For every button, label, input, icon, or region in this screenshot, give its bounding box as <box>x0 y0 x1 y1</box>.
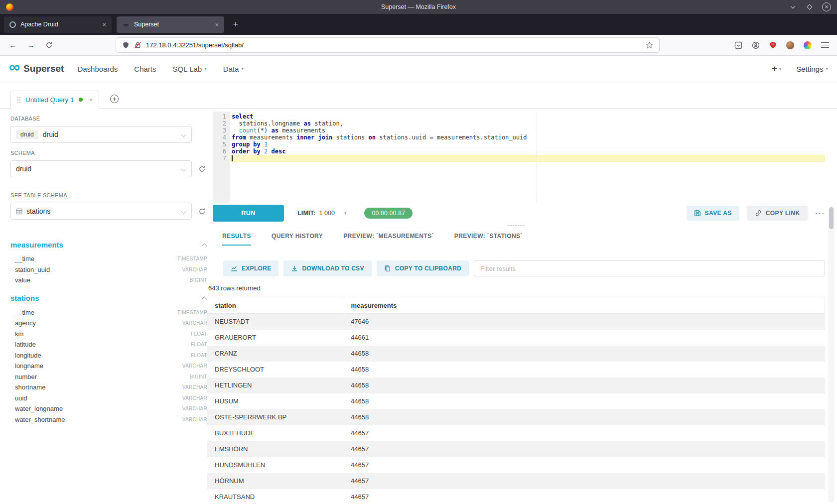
table-row[interactable]: DREYSCHLOOT44658 <box>207 362 825 378</box>
table-cell: 44661 <box>346 330 825 346</box>
refresh-schema-button[interactable] <box>198 165 206 173</box>
back-button[interactable]: ← <box>6 38 20 52</box>
query-status-dot <box>79 98 83 102</box>
schema-select[interactable]: druid <box>10 160 192 177</box>
drag-dots-icon <box>507 225 525 227</box>
explore-button[interactable]: EXPLORE <box>223 260 279 276</box>
save-as-button[interactable]: SAVE AS <box>687 206 739 221</box>
table-cell: HUNDSMÜHLEN <box>207 457 346 473</box>
table-row[interactable]: OSTE-SPERRWERK BP44658 <box>207 409 825 425</box>
window-maximize-button[interactable] <box>805 2 814 11</box>
schema-value: druid <box>16 165 31 173</box>
results-tab[interactable]: PREVIEW: `STATIONS` <box>454 230 523 246</box>
query-tab-close-icon[interactable]: × <box>89 96 93 104</box>
copy-to-clipboard-button[interactable]: COPY TO CLIPBOARD <box>377 260 469 276</box>
forward-button[interactable]: → <box>24 38 38 52</box>
filter-results-input[interactable] <box>474 260 825 276</box>
schema-column-row: __timeTIMESTAMP <box>10 307 207 318</box>
bookmark-star-icon[interactable] <box>646 41 653 49</box>
copy-link-button[interactable]: COPY LINK <box>747 206 808 221</box>
editor-code[interactable]: select stations.longname as station, cou… <box>230 112 825 203</box>
table-select[interactable]: stations <box>10 203 192 220</box>
table-row[interactable]: NEUSTADT47646 <box>207 314 825 330</box>
editor-toolbar: RUN LIMIT: 1 000 ▾ 00:00:00.87 SAVE AS C… <box>213 205 825 222</box>
ublock-icon[interactable] <box>769 41 777 49</box>
pane-splitter[interactable] <box>207 222 825 230</box>
reload-button[interactable] <box>42 38 56 52</box>
refresh-icon <box>198 208 206 215</box>
text-cursor <box>232 155 233 161</box>
results-tab[interactable]: RESULTS <box>222 230 251 246</box>
results-tab[interactable]: PREVIEW: `MEASUREMENTS` <box>343 230 434 246</box>
more-options-button[interactable]: ··· <box>816 209 826 218</box>
add-new-button[interactable]: +▾ <box>772 63 782 74</box>
database-select[interactable]: druid druid <box>10 126 192 143</box>
results-column-header[interactable]: station <box>207 297 346 314</box>
pinwheel-extension-icon[interactable] <box>804 41 812 49</box>
nav-item-dashboards[interactable]: Dashboards <box>77 65 118 73</box>
editor-gutter: 1234567 <box>213 112 230 203</box>
url-bar[interactable]: 172.18.0.4:32251/superset/sqllab/ <box>116 37 660 53</box>
table-schema-section: stations__timeTIMESTAMPagencyVARCHARkmFL… <box>10 292 207 425</box>
superset-logo[interactable]: ∞ Superset <box>9 63 64 74</box>
insecure-lock-icon[interactable] <box>134 41 141 49</box>
shield-icon[interactable] <box>122 41 130 49</box>
query-tab[interactable]: Untitled Query 1 × <box>10 91 99 109</box>
table-row[interactable]: GRAUERORT44661 <box>207 330 825 346</box>
refresh-tables-button[interactable] <box>198 208 206 215</box>
pocket-icon[interactable] <box>734 41 742 49</box>
table-cell: OSTE-SPERRWERK BP <box>207 409 346 425</box>
page-scrollbar-thumb[interactable] <box>829 207 834 229</box>
tab-close-icon[interactable]: × <box>215 21 219 28</box>
sql-editor[interactable]: 1234567 select stations.longname as stat… <box>213 112 825 203</box>
results-tab[interactable]: QUERY HISTORY <box>272 230 323 246</box>
line-number: 7 <box>213 155 226 162</box>
schema-column-row: __timeTIMESTAMP <box>10 253 207 264</box>
nav-item-charts[interactable]: Charts <box>134 65 156 73</box>
results-column-header[interactable]: measurements <box>346 297 825 314</box>
browser-tab[interactable]: ∞Superset× <box>117 16 224 33</box>
nav-item-data[interactable]: Data▾ <box>223 65 244 73</box>
caret-down-icon: ▾ <box>779 66 782 71</box>
browser-tab[interactable]: Apache Druid× <box>4 16 112 33</box>
table-row[interactable]: CRANZ44658 <box>207 346 825 362</box>
run-button[interactable]: RUN <box>213 205 284 222</box>
add-query-tab-button[interactable]: + <box>110 95 119 103</box>
window-close-button[interactable]: × <box>822 2 831 11</box>
limit-dropdown[interactable]: LIMIT: 1 000 ▾ <box>297 210 346 217</box>
results-actions: EXPLORE DOWNLOAD TO CSV COPY TO CLIPBOAR… <box>223 260 825 276</box>
results-table-container[interactable]: stationmeasurements NEUSTADT47646GRAUERO… <box>207 297 825 504</box>
window-minimize-button[interactable] <box>788 2 797 11</box>
table-schema-header[interactable]: stations <box>10 292 207 304</box>
table-schema-header[interactable]: measurements <box>10 239 207 251</box>
drag-grip-icon[interactable] <box>17 97 21 103</box>
column-name: latitude <box>15 341 36 348</box>
line-number: 3 <box>213 127 226 134</box>
menu-icon[interactable] <box>821 42 829 48</box>
extension-icon[interactable] <box>786 41 794 49</box>
account-icon[interactable] <box>752 41 760 49</box>
table-row[interactable]: BUXTEHUDE44657 <box>207 425 825 441</box>
table-row[interactable]: HUSUM44658 <box>207 393 825 409</box>
table-row[interactable]: HÖRNUM44657 <box>207 473 825 489</box>
table-cell: 44657 <box>346 473 825 489</box>
table-row[interactable]: HETLINGEN44658 <box>207 378 825 393</box>
row-count-text: 643 rows returned <box>208 284 825 292</box>
page-scrollbar-track[interactable] <box>828 206 835 503</box>
table-row[interactable]: HUNDSMÜHLEN44657 <box>207 457 825 473</box>
chevron-down-icon <box>181 132 186 137</box>
tab-close-icon[interactable]: × <box>102 21 106 28</box>
chevron-down-icon <box>181 167 186 172</box>
results-tabs: RESULTSQUERY HISTORYPREVIEW: `MEASUREMEN… <box>222 230 825 246</box>
code-line <box>230 155 825 162</box>
column-type: TIMESTAMP <box>177 256 207 261</box>
new-tab-button[interactable]: + <box>228 17 243 32</box>
table-row[interactable]: KRAUTSAND44657 <box>207 489 825 504</box>
schema-column-row: water_shortnameVARCHAR <box>10 414 207 425</box>
nav-item-sql-lab[interactable]: SQL Lab▾ <box>173 65 207 73</box>
url-text[interactable]: 172.18.0.4:32251/superset/sqllab/ <box>146 41 641 49</box>
column-type: FLOAT <box>191 331 207 337</box>
table-row[interactable]: EMSHÖRN44657 <box>207 441 825 457</box>
settings-menu[interactable]: Settings▾ <box>796 65 828 73</box>
download-csv-button[interactable]: DOWNLOAD TO CSV <box>283 260 371 276</box>
